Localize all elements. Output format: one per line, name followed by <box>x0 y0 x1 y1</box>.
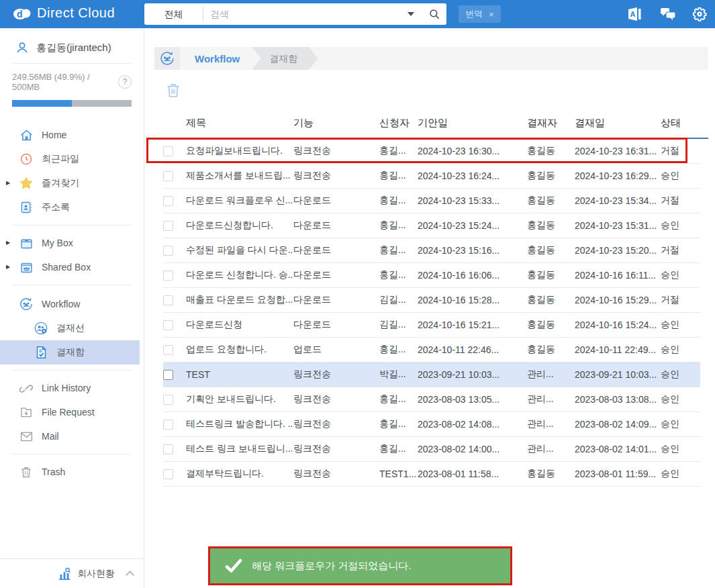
user-profile[interactable]: 홍길동(jirantech) <box>15 40 144 55</box>
company-status-toggle[interactable]: 회사현황 <box>0 558 144 588</box>
table-row[interactable]: 요청파일보내드립니다. 링크전송 홍길... 2024-10-23 16:30.… <box>163 139 700 164</box>
row-checkbox[interactable] <box>163 420 173 430</box>
sidebar-item-label: Mail <box>42 431 59 442</box>
cell-approval-date: 2023-08-02 14:09... <box>575 419 661 430</box>
table-row[interactable]: 업로드 요청합니다. 업로드 홍길... 2024-10-11 22:46...… <box>163 338 700 362</box>
approval-table: 제목 기능 신청자 기안일 결재자 결재일 상태 요청파일보내드립니다. 링크전… <box>154 109 708 487</box>
translator-icon[interactable]: A <box>627 7 644 21</box>
expand-arrow-icon[interactable]: ▶ <box>6 240 10 246</box>
search-input[interactable] <box>203 5 405 23</box>
table-row[interactable]: TEST 링크전송 박길... 2023-09-21 10:03... 관리..… <box>163 362 700 387</box>
cell-approval-date: 2024-10-16 16:11... <box>575 270 661 281</box>
annotation-box-toast: 해당 워크플로우가 거절되었습니다. <box>208 546 512 585</box>
header-actions: A <box>627 0 707 28</box>
translate-filter-tag[interactable]: 번역 × <box>459 5 501 23</box>
table-row[interactable]: 제품소개서를 보내드립... 링크전송 홍길... 2024-10-23 16:… <box>163 164 700 189</box>
divider <box>12 454 132 454</box>
app-logo[interactable]: d Direct Cloud <box>12 5 115 21</box>
list-toolbar <box>164 81 715 102</box>
expand-arrow-icon[interactable]: ▶ <box>6 264 10 270</box>
breadcrumb: Workflow 결재함 <box>154 47 708 70</box>
table-row[interactable]: 매출표 다운로드 요청합... 다운로드 김길... 2024-10-16 15… <box>163 288 700 313</box>
sidebar-item-address-book[interactable]: 주소록 <box>0 195 144 219</box>
divider <box>12 63 132 64</box>
search-bar: 전체 <box>144 3 446 25</box>
sidebar-item-trash[interactable]: Trash <box>0 460 144 484</box>
row-checkbox[interactable] <box>163 444 173 454</box>
table-row[interactable]: 다운로드 워크플로우 신... 다운로드 홍길... 2024-10-23 15… <box>163 189 700 213</box>
row-checkbox[interactable] <box>163 469 173 479</box>
search-scope-select[interactable]: 전체 <box>144 7 203 21</box>
cell-requester: 김길... <box>379 319 418 331</box>
row-checkbox[interactable] <box>163 295 173 305</box>
cell-function: 다운로드 <box>293 195 379 207</box>
company-status-label: 회사현황 <box>77 568 115 580</box>
cell-function: 링크전송 <box>293 468 379 480</box>
table-body: 요청파일보내드립니다. 링크전송 홍길... 2024-10-23 16:30.… <box>154 139 708 487</box>
caret-down-icon[interactable] <box>408 12 414 16</box>
sidebar-item-mail[interactable]: Mail <box>0 424 144 448</box>
sidebar-item-approval-box[interactable]: 결재함 <box>0 340 140 364</box>
row-checkbox[interactable] <box>163 370 173 380</box>
table-row[interactable]: 테스트링크 발송합니다. ... 링크전송 홍길... 2023-08-02 1… <box>163 412 700 437</box>
cell-requester: 홍길... <box>379 219 418 232</box>
delete-selected-button[interactable] <box>164 81 182 99</box>
expand-arrow-icon[interactable]: ▶ <box>6 180 10 186</box>
cell-approver: 홍길동 <box>527 319 575 331</box>
sidebar-item-favorites[interactable]: ▶ 즐겨찾기 <box>0 171 144 195</box>
row-checkbox[interactable] <box>163 196 173 206</box>
table-row[interactable]: 테스트 링크 보내드립니... 링크전송 홍길... 2023-08-02 14… <box>163 437 700 462</box>
row-checkbox[interactable] <box>163 221 173 231</box>
approval-line-icon <box>34 321 48 336</box>
sidebar-item-link-history[interactable]: Link History <box>0 376 144 400</box>
cell-status: 거절 <box>661 145 700 157</box>
home-icon <box>19 128 34 142</box>
search-icon[interactable] <box>422 3 446 25</box>
row-checkbox[interactable] <box>163 271 173 281</box>
favorites-star-icon <box>19 176 34 191</box>
cell-status: 승인 <box>661 393 700 405</box>
settings-gear-icon[interactable] <box>692 7 707 21</box>
chevron-up-icon[interactable] <box>126 571 134 579</box>
divider <box>12 285 132 285</box>
table-row[interactable]: 기획안 보내드립니다. 링크전송 홍길... 2023-08-03 13:05.… <box>163 387 700 412</box>
row-checkbox[interactable] <box>163 171 173 181</box>
table-row[interactable]: 수정된 파일을 다시 다운... 다운로드 홍길... 2024-10-23 1… <box>163 238 700 263</box>
sidebar-item-recent-files[interactable]: 최근파일 <box>0 147 144 171</box>
cell-approval-date: 2024-10-23 15:31... <box>575 220 661 231</box>
cell-status: 승인 <box>661 219 700 232</box>
col-approver: 결재자 <box>527 117 575 130</box>
sidebar-item-home[interactable]: Home <box>0 123 144 147</box>
col-requester: 신청자 <box>379 117 418 130</box>
cell-function: 링크전송 <box>293 170 379 182</box>
sidebar-item-workflow[interactable]: Workflow <box>0 292 144 316</box>
app-name: Direct Cloud <box>37 5 115 21</box>
chat-icon[interactable] <box>660 7 676 21</box>
cell-status: 거절 <box>661 195 700 207</box>
table-row[interactable]: 다운로드신청 다운로드 김길... 2024-10-16 15:21... 홍길… <box>163 313 700 338</box>
row-checkbox[interactable] <box>163 246 173 256</box>
cell-approval-date: 2024-10-16 15:24... <box>575 320 661 330</box>
sidebar-item-label: Link History <box>42 383 91 393</box>
table-row[interactable]: 다운로드 신청합니다. 승... 다운로드 홍길... 2024-10-16 1… <box>163 263 700 288</box>
table-row[interactable]: 다운로드신청합니다. 다운로드 홍길... 2024-10-23 15:24..… <box>163 213 700 238</box>
close-icon[interactable]: × <box>489 9 494 19</box>
sidebar-item-approval-line[interactable]: 결재선 <box>0 316 144 340</box>
question-icon[interactable]: ? <box>118 75 132 89</box>
cell-approver: 홍길동 <box>527 269 575 281</box>
row-checkbox[interactable] <box>163 146 173 156</box>
sidebar-item-my-box[interactable]: ▶ My Box <box>0 231 144 255</box>
table-row[interactable]: 결제부탁드립니다. 링크전송 TEST1... 2023-08-01 11:58… <box>163 462 700 487</box>
cell-requester: 김길... <box>379 294 418 306</box>
row-checkbox[interactable] <box>163 320 173 330</box>
cell-draft-date: 2023-08-02 14:00... <box>418 444 527 454</box>
cell-status: 승인 <box>661 468 700 480</box>
breadcrumb-section[interactable]: Workflow <box>195 53 240 64</box>
cell-title: 수정된 파일을 다시 다운... <box>186 244 293 256</box>
row-checkbox[interactable] <box>163 345 173 355</box>
cell-function: 링크전송 <box>293 369 379 381</box>
sidebar-item-file-request[interactable]: File Request <box>0 400 144 424</box>
row-checkbox[interactable] <box>163 395 173 405</box>
sidebar-item-shared-box[interactable]: ▶ Shared Box <box>0 255 144 279</box>
cell-requester: 홍길... <box>379 195 418 207</box>
